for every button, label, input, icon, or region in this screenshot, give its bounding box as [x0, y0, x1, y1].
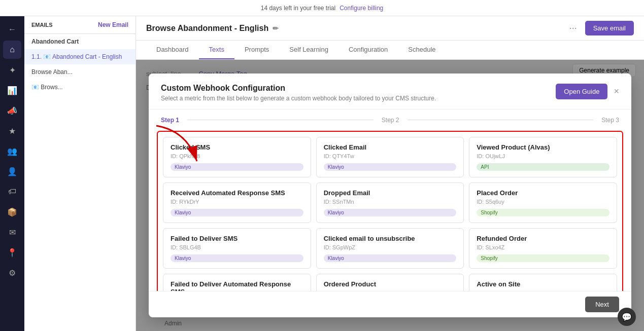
step-divider-1 [187, 120, 374, 120]
metric-card-name-10: Ordered Product [324, 280, 457, 288]
metric-card-11[interactable]: Active on Site [469, 274, 617, 291]
metric-card-2[interactable]: Viewed Product (Alvas)ID: OUjwLJAPI [469, 137, 617, 177]
next-button[interactable]: Next [585, 297, 619, 312]
modal-header-right: Open Guide × [556, 84, 619, 99]
metric-card-name-11: Active on Site [477, 280, 609, 288]
configure-billing-link[interactable]: Configure billing [340, 5, 383, 12]
metric-card-id-7: ID: SGpWpZ [324, 244, 457, 250]
tab-dashboard[interactable]: Dashboard [146, 41, 199, 59]
header-actions: ··· Save email [565, 21, 634, 35]
edit-icon[interactable]: ✏ [273, 24, 279, 32]
metric-card-4[interactable]: Dropped EmailID: SSnTMnKlaviyo [316, 182, 464, 223]
metric-card-name-8: Refunded Order [477, 235, 609, 242]
metric-card-name-4: Dropped Email [324, 189, 457, 197]
sidebar-icon-location[interactable]: 📍 [3, 243, 21, 262]
chat-button[interactable]: 💬 [618, 308, 636, 326]
sidebar-item-browse-abandon[interactable]: Browse Aban... [24, 64, 135, 80]
metric-badge-1: Klaviyo [324, 163, 457, 171]
main-header: Browse Abandonment - English ✏ ··· Save … [136, 16, 644, 41]
tab-prompts[interactable]: Prompts [234, 41, 279, 59]
trial-text: 14 days left in your free trial [261, 5, 335, 12]
step-1: Step 1 [161, 117, 179, 124]
sidebar-icon-star[interactable]: ★ [3, 122, 21, 140]
step-3: Step 3 [601, 117, 619, 124]
metric-badge-3: Klaviyo [171, 209, 303, 216]
modal-subtitle: Select a metric from the list below to g… [161, 95, 436, 102]
modal-header: Custom Webhook Configuration Select a me… [149, 73, 631, 109]
sidebar: ← ⌂ ✦ 📊 📣 ★ 👥 👤 🏷 📦 ✉ 📍 ⚙ [0, 16, 24, 331]
metric-card-name-9: Failed to Deliver Automated Response SMS [171, 280, 303, 291]
tab-self-learning[interactable]: Self Learning [279, 41, 338, 59]
sidebar-icon-home[interactable]: ⌂ [3, 41, 21, 59]
metric-card-id-3: ID: RYkDrY [171, 199, 303, 205]
metric-badge-7: Klaviyo [324, 254, 457, 262]
metric-card-name-1: Clicked Email [324, 143, 457, 151]
modal-title: Custom Webhook Configuration [161, 84, 436, 93]
metric-card-name-3: Received Automated Response SMS [171, 189, 303, 197]
modal-header-text: Custom Webhook Configuration Select a me… [161, 84, 436, 102]
metric-badge-0: Klaviyo [171, 163, 303, 171]
sidebar-item-abandoned-cart-english[interactable]: 1.1. 📧 Abandoned Cart - English [24, 49, 135, 64]
metric-card-9[interactable]: Failed to Deliver Automated Response SMS [163, 274, 311, 291]
open-guide-button[interactable]: Open Guide [556, 84, 607, 99]
metric-badge-6: Klaviyo [171, 254, 303, 262]
sidebar-icon-box[interactable]: 📦 [3, 203, 21, 221]
metric-card-id-0: ID: QPkNy8 [171, 153, 303, 159]
metric-card-id-2: ID: OUjwLJ [477, 153, 609, 159]
sidebar-item-browse-2[interactable]: 📧 Brows... [24, 80, 135, 95]
metric-card-name-7: Clicked email to unsubscribe [324, 235, 457, 242]
metric-card-name-5: Placed Order [477, 189, 609, 197]
top-bar: 14 days left in your free trial Configur… [0, 0, 644, 16]
tab-schedule[interactable]: Schedule [398, 41, 446, 59]
more-options-button[interactable]: ··· [565, 21, 581, 35]
sidebar-icon-back[interactable]: ← [3, 20, 21, 39]
sidebar-icon-people[interactable]: 👥 [3, 142, 21, 160]
modal-steps: Step 1 Step 2 Step 3 [149, 109, 631, 131]
metric-card-name-6: Failed to Deliver SMS [171, 235, 303, 242]
modal-body: Clicked SMSID: QPkNy8KlaviyoClicked Emai… [149, 131, 631, 291]
chat-icon: 💬 [622, 312, 632, 322]
metric-card-name-2: Viewed Product (Alvas) [477, 143, 609, 151]
tab-configuration[interactable]: Configuration [338, 41, 398, 59]
metric-card-id-1: ID: QTY4Tw [324, 153, 457, 159]
step-divider-2 [408, 120, 594, 120]
close-modal-button[interactable]: × [614, 86, 619, 97]
page-title: Browse Abandonment - English ✏ [146, 24, 279, 33]
emails-label: EMAILS [31, 22, 53, 28]
metric-card-3[interactable]: Received Automated Response SMSID: RYkDr… [163, 182, 311, 223]
metric-card-0[interactable]: Clicked SMSID: QPkNy8Klaviyo [163, 137, 311, 177]
sidebar-icon-campaign[interactable]: 📣 [3, 101, 21, 120]
sidebar-icon-mail[interactable]: ✉ [3, 223, 21, 241]
metric-badge-5: Shopify [477, 209, 609, 216]
metric-card-1[interactable]: Clicked EmailID: QTY4TwKlaviyo [316, 137, 464, 177]
body-area: subject_line ··· Copy Merge Tag Don't wo… [136, 60, 644, 331]
metric-card-id-6: ID: SBLG4B [171, 244, 303, 250]
main-content: Browse Abandonment - English ✏ ··· Save … [136, 16, 644, 331]
sidebar-icon-tools[interactable]: ✦ [3, 61, 21, 79]
metric-card-id-5: ID: S5q6uy [477, 199, 609, 205]
metric-card-5[interactable]: Placed OrderID: S5q6uyShopify [469, 182, 617, 223]
metric-card-10[interactable]: Ordered Product [316, 274, 464, 291]
modal-overlay: Custom Webhook Configuration Select a me… [136, 60, 644, 331]
metric-card-7[interactable]: Clicked email to unsubscribeID: SGpWpZKl… [316, 228, 464, 269]
metric-card-id-4: ID: SSnTMn [324, 199, 457, 205]
metric-card-8[interactable]: Refunded OrderID: SLxo4ZShopify [469, 228, 617, 269]
metric-badge-4: Klaviyo [324, 209, 457, 216]
metric-card-id-8: ID: SLxo4Z [477, 244, 609, 250]
modal-footer: Next [149, 291, 631, 317]
left-panel: EMAILS New Email Abandoned Cart 1.1. 📧 A… [24, 16, 136, 331]
save-email-button[interactable]: Save email [585, 21, 634, 35]
modal: Custom Webhook Configuration Select a me… [149, 73, 631, 318]
tab-texts[interactable]: Texts [199, 41, 234, 59]
metric-grid: Clicked SMSID: QPkNy8KlaviyoClicked Emai… [157, 131, 623, 291]
sidebar-icon-tag[interactable]: 🏷 [3, 182, 21, 201]
metric-badge-8: Shopify [477, 254, 609, 262]
metric-card-name-0: Clicked SMS [171, 143, 303, 151]
new-email-button[interactable]: New Email [98, 21, 128, 28]
sidebar-icon-settings[interactable]: ⚙ [3, 264, 21, 282]
left-panel-header: EMAILS New Email [24, 16, 135, 34]
sidebar-icon-chart[interactable]: 📊 [3, 81, 21, 99]
sidebar-icon-person[interactable]: 👤 [3, 162, 21, 180]
step-2: Step 2 [382, 117, 399, 124]
metric-card-6[interactable]: Failed to Deliver SMSID: SBLG4BKlaviyo [163, 228, 311, 269]
